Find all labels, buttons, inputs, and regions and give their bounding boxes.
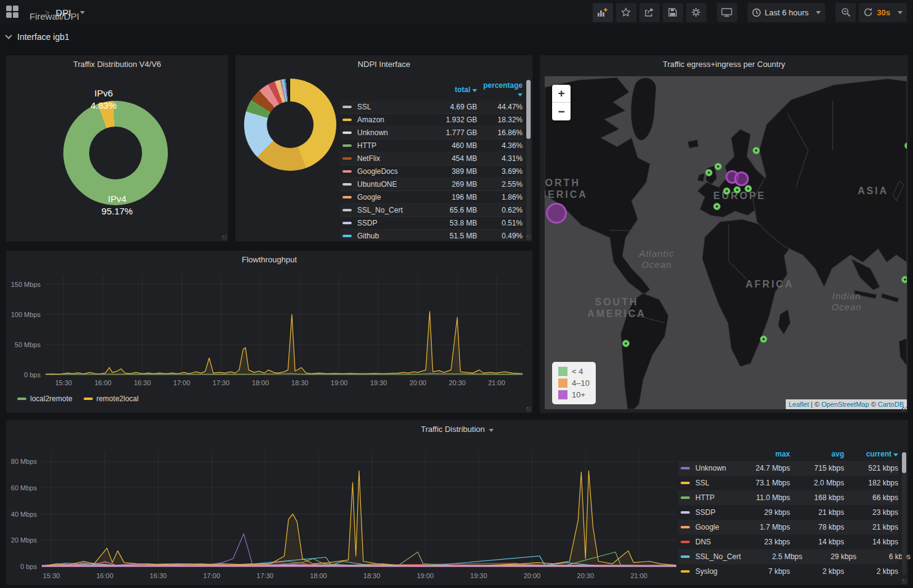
- svg-text:19:00: 19:00: [417, 572, 434, 579]
- purple-traffic-marker[interactable]: [546, 203, 567, 224]
- green-traffic-marker[interactable]: [901, 276, 907, 283]
- ndpi-donut-chart[interactable]: [244, 79, 336, 171]
- svg-text:50 Mbps: 50 Mbps: [15, 341, 41, 348]
- legend-row[interactable]: SSL_No_Cert65.6 MB0.62%: [340, 204, 523, 217]
- time-range-picker[interactable]: Last 6 hours: [748, 3, 826, 22]
- row-header-interface-igb1[interactable]: Interface igb1: [6, 32, 69, 42]
- green-traffic-marker[interactable]: [622, 340, 630, 347]
- legend-pct: 3.69%: [477, 167, 523, 176]
- svg-text:18:00: 18:00: [252, 379, 269, 386]
- ipv4-ipv6-donut-chart[interactable]: [63, 101, 168, 205]
- add-panel-button[interactable]: [593, 3, 613, 22]
- legend-max: 23 kbps: [729, 538, 790, 546]
- leaflet-link[interactable]: Leaflet: [789, 401, 809, 408]
- grafana-dashboards-icon[interactable]: [6, 6, 20, 19]
- sort-header-avg[interactable]: avg: [790, 450, 844, 458]
- green-traffic-marker[interactable]: [713, 203, 721, 210]
- legend-header-row: max avg current: [678, 449, 898, 461]
- flowthroughput-chart[interactable]: 15:3016:0016:3017:0017:3018:0018:3019:00…: [9, 268, 529, 390]
- traffic-legend-table: max avg current Unknown24.7 Mbps715 kbps…: [678, 449, 898, 579]
- legend-scrollbar[interactable]: [902, 452, 906, 575]
- dashboard-settings-button[interactable]: [686, 3, 706, 22]
- series-color-swatch: [84, 398, 93, 400]
- series-color-swatch: [342, 222, 352, 224]
- sort-header-max[interactable]: max: [729, 450, 790, 458]
- panel-ndpi-interface: NDPI Interface total percentage SSL4.69 …: [235, 55, 532, 241]
- legend-total: 269 MB: [423, 180, 477, 189]
- sort-header-total[interactable]: total: [423, 85, 477, 94]
- panel-traffix-distribution: Traffix Distribution V4/V6 IPv64.83% IPv…: [6, 55, 228, 241]
- legend-pct: 4.31%: [477, 154, 523, 163]
- refresh-button[interactable]: 30s: [859, 3, 907, 22]
- green-traffic-marker[interactable]: [714, 163, 722, 170]
- legend-name: Syslog: [694, 567, 729, 576]
- zoom-out-button[interactable]: −: [552, 103, 571, 120]
- world-map[interactable]: NORTH AMERICAEUROPEASIAAFRICASOUTH AMERI…: [545, 76, 907, 409]
- legend-row[interactable]: Unknown1.777 GB16.86%: [340, 127, 523, 139]
- save-icon: [668, 7, 678, 17]
- green-traffic-marker[interactable]: [753, 147, 760, 154]
- zoom-out-time-button[interactable]: [836, 3, 856, 22]
- legend-name: NetFlix: [356, 154, 423, 163]
- cartodb-link[interactable]: CartoDB: [878, 401, 904, 408]
- legend-row[interactable]: UbuntuONE269 MB2.55%: [340, 178, 523, 191]
- panel-menu-caret-icon[interactable]: [489, 429, 494, 432]
- sort-header-current[interactable]: current: [844, 450, 898, 458]
- green-traffic-marker[interactable]: [760, 335, 767, 343]
- legend-row[interactable]: SSL73.1 Mbps2.0 Mbps182 kbps: [678, 476, 898, 490]
- legend-row[interactable]: Unknown24.7 Mbps715 kbps521 kbps: [678, 461, 898, 476]
- legend-avg: 21 kbps: [790, 508, 844, 517]
- legend-max: 1.7 Mbps: [729, 523, 790, 531]
- legend-name: SSL_No_Cert: [356, 206, 423, 214]
- legend-row[interactable]: Syslog7 kbps2 kbps2 kbps: [678, 564, 898, 579]
- save-dashboard-button[interactable]: [663, 3, 683, 22]
- traffic-distribution-chart[interactable]: 15:3016:0016:3017:0017:3018:0018:3019:00…: [9, 439, 680, 582]
- legend-item-remote2local[interactable]: remote2local: [84, 394, 139, 403]
- legend-row[interactable]: Google1.7 Mbps78 kbps21 kbps: [678, 520, 898, 535]
- green-traffic-marker[interactable]: [733, 186, 741, 194]
- top-navbar: Firewall/DPI > DPI Last 6 hours: [0, 0, 913, 25]
- chevron-down-icon: [816, 11, 821, 14]
- breadcrumb-dashboard-folder[interactable]: Firewall/DPI: [30, 11, 39, 14]
- legend-name: UbuntuONE: [356, 180, 423, 189]
- legend-scrollbar[interactable]: [526, 80, 531, 237]
- panel-title[interactable]: NDPI Interface: [235, 60, 532, 69]
- svg-text:17:30: 17:30: [213, 379, 230, 386]
- legend-row[interactable]: DNS23 kbps14 kbps14 kbps: [678, 535, 898, 549]
- legend-row[interactable]: HTTP460 MB4.36%: [340, 139, 523, 152]
- panel-title[interactable]: Traffic egress+ingress per Country: [540, 60, 908, 69]
- panel-title[interactable]: Flowthroughput: [6, 255, 532, 264]
- legend-row[interactable]: SSDP29 kbps21 kbps23 kbps: [678, 505, 898, 520]
- chevron-down-icon[interactable]: [80, 11, 85, 14]
- legend-total: 65.6 MB: [423, 206, 477, 214]
- refresh-interval-label: 30s: [877, 8, 890, 17]
- legend-row[interactable]: Amazon1.932 GB18.32%: [340, 114, 523, 127]
- sort-header-percentage[interactable]: percentage: [477, 81, 523, 98]
- zoom-in-button[interactable]: +: [552, 85, 571, 103]
- cycle-view-mode-button[interactable]: [717, 3, 737, 22]
- legend-row[interactable]: SSL_No_Cert2.5 Mbps29 kbps6 kbps: [678, 549, 898, 564]
- green-traffic-marker[interactable]: [705, 169, 713, 176]
- legend-row[interactable]: GoogleDocs389 MB3.69%: [340, 165, 523, 178]
- legend-pct: 0.49%: [477, 232, 523, 240]
- green-traffic-marker[interactable]: [723, 187, 730, 195]
- series-color-swatch: [681, 541, 690, 543]
- share-dashboard-button[interactable]: [639, 3, 660, 22]
- legend-row[interactable]: SSL4.69 GB44.47%: [340, 101, 523, 114]
- legend-row[interactable]: Google196 MB1.86%: [340, 191, 523, 204]
- purple-traffic-marker[interactable]: [734, 171, 749, 186]
- legend-row[interactable]: Github51.5 MB0.49%: [340, 230, 523, 240]
- svg-text:15:30: 15:30: [43, 572, 60, 579]
- green-traffic-marker[interactable]: [745, 185, 752, 192]
- panel-title[interactable]: Traffic Distribution: [6, 425, 908, 434]
- legend-row[interactable]: NetFlix454 MB4.31%: [340, 152, 523, 165]
- star-dashboard-button[interactable]: [616, 3, 636, 22]
- legend-item-local2remote[interactable]: local2remote: [17, 394, 73, 403]
- legend-avg: 78 kbps: [790, 523, 844, 531]
- panel-title[interactable]: Traffix Distribution V4/V6: [6, 60, 228, 69]
- legend-row[interactable]: HTTP11.0 Mbps168 kbps66 kbps: [678, 490, 898, 505]
- series-color-swatch: [342, 170, 352, 173]
- breadcrumb-dashboard-name[interactable]: DPI: [56, 7, 71, 18]
- openstreetmap-link[interactable]: OpenStreetMap: [821, 401, 869, 408]
- legend-row[interactable]: SSDP53.8 MB0.51%: [340, 217, 523, 230]
